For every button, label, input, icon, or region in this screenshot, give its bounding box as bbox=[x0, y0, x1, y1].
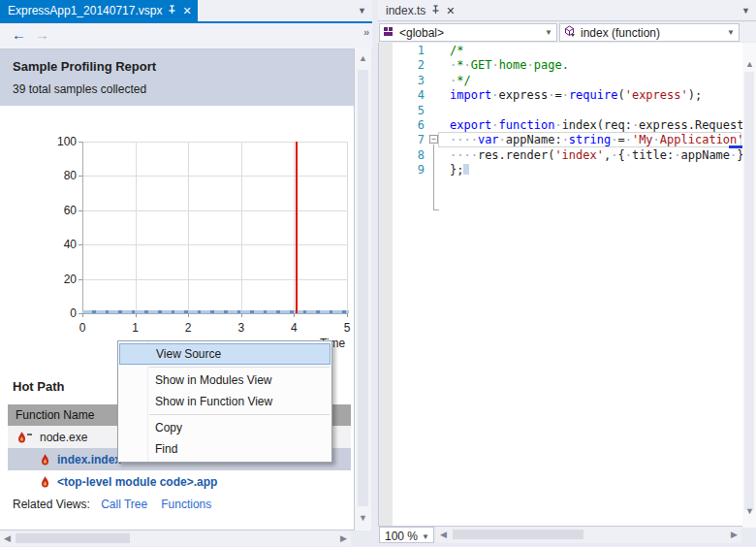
chart-gridline-x2 bbox=[188, 142, 189, 313]
tab-title: ExpressApp1_20140717.vspx bbox=[8, 4, 162, 17]
back-button[interactable]: ← bbox=[12, 26, 26, 43]
scroll-up-icon[interactable]: ▲ bbox=[745, 60, 754, 69]
tabstrip-divider bbox=[378, 20, 756, 21]
chart-xtick-label: 2 bbox=[178, 321, 198, 335]
member-value: index (function) bbox=[581, 26, 660, 40]
scroll-right-icon[interactable]: ▶ bbox=[731, 531, 738, 539]
chevron-down-icon: ▼ bbox=[727, 28, 735, 37]
code-line-3: ·*/ bbox=[450, 74, 742, 88]
menu-item-copy[interactable]: Copy bbox=[118, 417, 331, 438]
right-horizontal-scrollbar[interactable]: ◀ ▶ bbox=[436, 527, 741, 543]
scroll-down-icon[interactable]: ▼ bbox=[359, 514, 367, 523]
code-line-6: export·function·index(req:·express.Reque… bbox=[450, 118, 742, 133]
chart-current-time-marker[interactable] bbox=[296, 142, 298, 313]
scrollbar-thumb[interactable] bbox=[16, 533, 130, 543]
forward-button[interactable]: → bbox=[35, 26, 49, 43]
vs-window: ExpressApp1_20140717.vspx ✕ ▼ ← → ›› Sam… bbox=[0, 0, 756, 547]
tab-index-ts[interactable]: index.ts ✕ bbox=[378, 0, 461, 21]
toolbar-overflow-icon[interactable]: ›› bbox=[363, 27, 368, 38]
chevron-down-icon: ▼ bbox=[545, 28, 552, 37]
scrollbar-thumb[interactable] bbox=[744, 72, 754, 510]
code-editor-panel: index.ts ✕ ▼ <global> ▼ index bbox=[378, 0, 756, 547]
end-of-buffer-mark bbox=[463, 164, 469, 175]
related-views-label: Related Views: bbox=[13, 498, 90, 511]
scroll-left-icon[interactable]: ◀ bbox=[4, 534, 11, 543]
cpu-usage-chart: 020406080100012345Time bbox=[0, 110, 355, 352]
namespace-icon bbox=[384, 26, 394, 40]
scroll-right-icon[interactable]: ▶ bbox=[340, 534, 347, 543]
chart-gridline-y60 bbox=[82, 210, 347, 211]
scope-value: <global> bbox=[399, 26, 444, 40]
hot-path-row[interactable]: <top-level module code>.app bbox=[8, 470, 351, 493]
right-vertical-scrollbar[interactable]: ▲ ▼ bbox=[742, 43, 756, 528]
chart-xtick-label: 4 bbox=[284, 321, 303, 335]
report-toolbar: ← → ›› bbox=[0, 23, 372, 49]
code-text[interactable]: /*·*·GET·home·page.·*/import·express·=·r… bbox=[450, 44, 742, 178]
pin-icon[interactable] bbox=[431, 4, 440, 17]
hot-path-title: Hot Path bbox=[13, 379, 64, 394]
scroll-left-icon[interactable]: ◀ bbox=[440, 531, 447, 539]
related-view-link-call-tree[interactable]: Call Tree bbox=[101, 498, 147, 511]
code-editor[interactable]: 123456789 /*·*·GET·home·page.·*/import·e… bbox=[378, 43, 742, 527]
scroll-down-icon[interactable]: ▼ bbox=[745, 507, 754, 516]
chart-gridline-y0 bbox=[82, 313, 347, 314]
code-line-5 bbox=[450, 104, 742, 118]
related-views: Related Views: Call TreeFunctions bbox=[13, 498, 225, 511]
chart-xtick bbox=[188, 313, 189, 317]
navigation-bar: <global> ▼ index (function) ▼ bbox=[378, 22, 756, 42]
hot-path-root-flame-icon bbox=[17, 432, 32, 443]
left-horizontal-scrollbar[interactable]: ◀ ▶ bbox=[0, 531, 351, 546]
member-dropdown[interactable]: index (function) ▼ bbox=[559, 23, 740, 42]
close-icon[interactable]: ✕ bbox=[446, 6, 455, 16]
hot-path-row-label: index.index bbox=[57, 453, 121, 467]
scrollbar-thumb[interactable] bbox=[453, 530, 583, 539]
chart-gridline-y80 bbox=[82, 176, 347, 177]
flame-icon bbox=[41, 454, 49, 466]
fold-outline-tick bbox=[433, 209, 439, 210]
chart-gridline-y40 bbox=[82, 244, 347, 245]
chart-xtick-label: 3 bbox=[232, 321, 251, 335]
chart-gridline-x3 bbox=[241, 142, 242, 313]
menu-item-show-in-function-view[interactable]: Show in Function View bbox=[118, 391, 331, 412]
chart-xtick bbox=[294, 313, 295, 317]
menu-separator bbox=[149, 414, 330, 415]
code-line-8: ····res.render('index',·{·title:·appName… bbox=[450, 148, 742, 163]
menu-item-show-in-modules-view[interactable]: Show in Modules View bbox=[118, 370, 331, 391]
zoom-level-dropdown[interactable]: 100 % ▼ bbox=[379, 527, 434, 543]
chart-xtick-label: 5 bbox=[337, 321, 355, 335]
menu-item-view-source[interactable]: View Source bbox=[119, 343, 331, 365]
scroll-up-icon[interactable]: ▲ bbox=[359, 54, 367, 63]
right-tabstrip: index.ts ✕ ▼ bbox=[378, 0, 756, 21]
report-header-band: Sample Profiling Report 39 total samples… bbox=[0, 49, 354, 106]
menu-separator bbox=[149, 367, 330, 368]
left-vertical-scrollbar[interactable]: ▲ ▼ bbox=[355, 48, 371, 531]
code-fold-collapse-icon[interactable]: − bbox=[429, 135, 438, 144]
tab-list-dropdown-icon[interactable]: ▼ bbox=[741, 6, 750, 16]
chart-ytick-label: 100 bbox=[47, 135, 77, 148]
fold-outline-line bbox=[433, 145, 434, 209]
scope-dropdown[interactable]: <global> ▼ bbox=[379, 23, 557, 42]
chart-xtick bbox=[241, 313, 242, 317]
scrollbar-thumb[interactable] bbox=[358, 70, 368, 506]
flame-icon bbox=[41, 476, 49, 488]
profiling-report-panel: ExpressApp1_20140717.vspx ✕ ▼ ← → ›› Sam… bbox=[0, 0, 372, 547]
related-view-link-functions[interactable]: Functions bbox=[161, 498, 211, 511]
tab-vspx-report[interactable]: ExpressApp1_20140717.vspx ✕ bbox=[0, 0, 198, 21]
pin-icon[interactable] bbox=[168, 4, 176, 17]
code-line-4: import·express·=·require('express'); bbox=[450, 88, 742, 103]
caret-indicator bbox=[729, 145, 742, 148]
chart-gridline-x0 bbox=[82, 142, 83, 313]
indicator-margin[interactable] bbox=[379, 43, 393, 526]
tab-list-dropdown-icon[interactable]: ▼ bbox=[358, 6, 366, 16]
report-title: Sample Profiling Report bbox=[13, 59, 156, 74]
menu-item-find[interactable]: Find bbox=[118, 438, 331, 460]
chart-xtick bbox=[347, 313, 348, 317]
left-tabstrip: ExpressApp1_20140717.vspx ✕ ▼ bbox=[0, 0, 372, 21]
chart-ytick-label: 40 bbox=[47, 238, 77, 251]
chevron-down-icon: ▼ bbox=[422, 532, 429, 541]
close-icon[interactable]: ✕ bbox=[182, 6, 191, 16]
chart-ytick-label: 0 bbox=[47, 306, 77, 320]
chart-series-line bbox=[82, 310, 349, 313]
chart-gridline-x5 bbox=[347, 142, 348, 313]
line-numbers: 123456789 bbox=[393, 44, 425, 178]
